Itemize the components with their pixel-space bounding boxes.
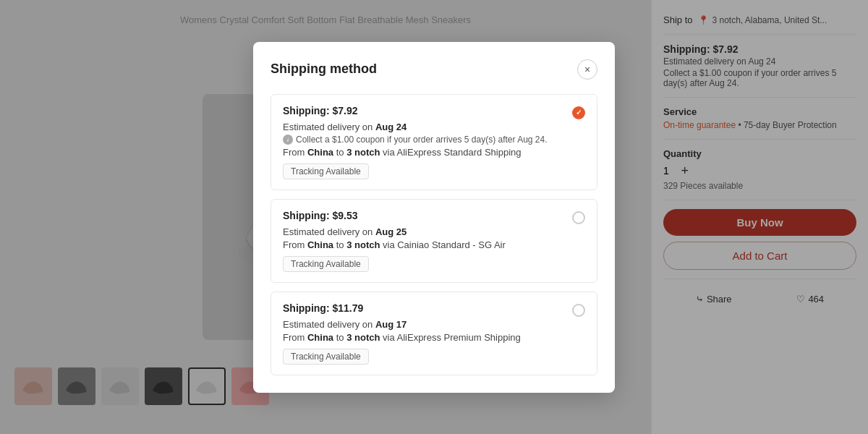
page-background: Womens Crystal Comfort Soft Bottom Flat … [0, 0, 868, 434]
option-1-radio[interactable] [572, 106, 585, 119]
modal-overlay[interactable]: Shipping method × Shipping: $7.92 Estima… [0, 0, 868, 434]
option-3-delivery: Estimated delivery on Aug 17 [283, 319, 585, 330]
option-1-delivery: Estimated delivery on Aug 24 [283, 122, 585, 132]
option-2-delivery: Estimated delivery on Aug 25 [283, 226, 585, 237]
option-2-price: Shipping: $9.53 [283, 210, 357, 221]
option-1-coupon: i Collect a $1.00 coupon if your order a… [283, 135, 585, 145]
shipping-option-2[interactable]: Shipping: $9.53 Estimated delivery on Au… [271, 199, 597, 283]
option-1-header: Shipping: $7.92 [283, 105, 585, 119]
option-3-header: Shipping: $11.79 [283, 302, 585, 317]
shipping-option-1[interactable]: Shipping: $7.92 Estimated delivery on Au… [271, 94, 597, 190]
modal-title: Shipping method [271, 61, 377, 77]
option-1-price: Shipping: $7.92 [283, 105, 357, 116]
shipping-option-3[interactable]: Shipping: $11.79 Estimated delivery on A… [271, 292, 597, 375]
modal-header: Shipping method × [271, 59, 597, 80]
option-3-route: From China to 3 notch via AliExpress Pre… [283, 332, 585, 343]
option-2-route: From China to 3 notch via Cainiao Standa… [283, 239, 585, 250]
option-1-tracking: Tracking Available [283, 163, 369, 179]
option-2-tracking: Tracking Available [283, 256, 369, 272]
info-icon-1: i [283, 135, 293, 145]
option-2-radio[interactable] [572, 211, 585, 224]
shipping-method-modal: Shipping method × Shipping: $7.92 Estima… [253, 42, 615, 393]
shipping-options-list: Shipping: $7.92 Estimated delivery on Au… [271, 94, 597, 375]
option-3-radio[interactable] [572, 304, 585, 317]
option-2-header: Shipping: $9.53 [283, 210, 585, 224]
modal-close-button[interactable]: × [577, 59, 597, 80]
option-1-route: From China to 3 notch via AliExpress Sta… [283, 147, 585, 158]
option-3-price: Shipping: $11.79 [283, 302, 363, 314]
option-3-tracking: Tracking Available [283, 349, 369, 365]
